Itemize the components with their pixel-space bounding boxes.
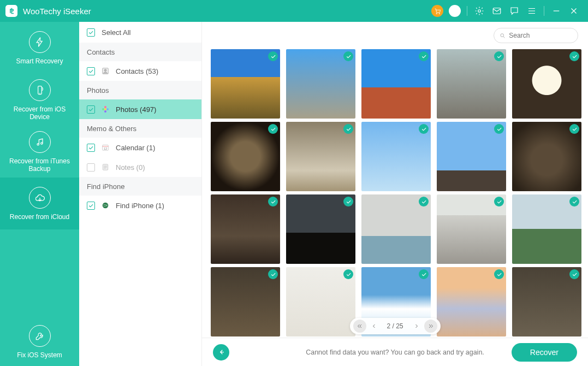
svg-point-0 <box>436 13 437 14</box>
photo-thumbnail[interactable] <box>361 194 431 264</box>
select-all-label: Select All <box>102 28 130 37</box>
category-header-contacts: Contacts <box>79 43 201 61</box>
sidebar-item-smart-recovery[interactable]: Smart Recovery <box>0 22 79 74</box>
svg-rect-4 <box>493 8 501 14</box>
chat-icon <box>509 6 519 16</box>
photo-thumbnail[interactable] <box>211 122 280 191</box>
titlebar: ⅊ WooTechy iSeeker <box>0 0 588 22</box>
photo-thumbnail[interactable] <box>361 49 431 119</box>
photo-thumbnail[interactable] <box>211 49 280 119</box>
flower-icon <box>100 104 110 114</box>
search-box[interactable] <box>494 28 578 43</box>
minimize-button[interactable] <box>548 2 565 20</box>
main-content: 2 / 25 Cannot find data you want? You ca… <box>202 22 588 366</box>
settings-button[interactable] <box>471 2 488 20</box>
chevron-right-icon <box>413 323 420 329</box>
photo-thumbnail[interactable] <box>437 122 506 191</box>
feedback-button[interactable] <box>506 2 523 20</box>
close-icon <box>569 6 579 16</box>
search-input[interactable] <box>509 32 572 39</box>
sidebar: Smart Recovery Recover from iOS Device R… <box>0 22 79 366</box>
sidebar-item-label: Recover from iOS Device <box>4 105 75 121</box>
check-icon <box>569 197 579 206</box>
photo-thumbnail[interactable] <box>512 267 581 337</box>
app-title: WooTechy iSeeker <box>23 7 91 16</box>
check-icon <box>419 197 429 206</box>
photo-thumbnail[interactable] <box>286 122 355 191</box>
check-icon <box>268 197 278 206</box>
user-icon <box>449 5 461 17</box>
photo-thumbnail[interactable] <box>512 194 581 264</box>
phone-icon <box>29 79 51 101</box>
pager-first-button[interactable] <box>353 320 366 333</box>
sidebar-item-recover-ios-device[interactable]: Recover from iOS Device <box>0 74 79 126</box>
sidebar-item-fix-ios[interactable]: Fix iOS System <box>0 318 79 366</box>
svg-point-2 <box>454 9 456 11</box>
pager-last-button[interactable] <box>424 320 437 333</box>
sidebar-item-recover-itunes[interactable]: Recover from iTunes Backup <box>0 126 79 178</box>
check-icon <box>569 51 579 61</box>
chevrons-right-icon <box>427 323 434 329</box>
cart-icon <box>431 5 443 17</box>
svg-point-14 <box>102 108 104 110</box>
svg-point-12 <box>106 108 109 110</box>
cart-button[interactable] <box>429 2 446 20</box>
menu-icon <box>527 6 537 16</box>
pager-prev-button[interactable] <box>367 320 380 333</box>
account-button[interactable] <box>446 2 464 20</box>
check-icon <box>268 124 278 134</box>
check-icon <box>343 197 353 206</box>
recover-button[interactable]: Recover <box>512 343 577 362</box>
check-icon <box>268 269 278 279</box>
checkbox[interactable] <box>87 105 95 114</box>
checkbox[interactable] <box>87 202 95 210</box>
svg-point-18 <box>103 203 109 209</box>
list-item-contacts[interactable]: Contacts (53) <box>79 61 201 81</box>
select-all-checkbox[interactable] <box>87 28 95 37</box>
photo-thumbnail[interactable] <box>512 49 581 119</box>
check-icon <box>494 51 504 61</box>
photo-thumbnail[interactable] <box>286 49 355 119</box>
main-toolbar <box>202 22 588 49</box>
photo-thumbnail[interactable] <box>512 122 581 191</box>
back-button[interactable] <box>213 344 229 361</box>
sidebar-item-recover-icloud[interactable]: Recover from iCloud <box>0 178 79 229</box>
category-header-photos: Photos <box>79 81 201 99</box>
pager: 2 / 25 <box>349 318 440 334</box>
photo-thumbnail[interactable] <box>286 267 355 337</box>
photo-thumbnail[interactable] <box>437 49 506 119</box>
category-header-memo: Memo & Others <box>79 119 201 138</box>
pager-next-button[interactable] <box>410 320 423 333</box>
checkbox[interactable] <box>87 163 95 172</box>
check-icon <box>494 124 504 134</box>
list-item-label: Calendar (1) <box>116 144 155 152</box>
sidebar-item-label: Recover from iTunes Backup <box>4 157 75 173</box>
globe-icon <box>100 200 110 210</box>
app-window: ⅊ WooTechy iSeeker Smart Recovery Recove… <box>0 0 588 366</box>
list-item-photos[interactable]: Photos (497) <box>79 99 201 119</box>
photo-thumbnail[interactable] <box>211 194 280 264</box>
photo-thumbnail[interactable] <box>437 194 506 264</box>
check-icon <box>494 269 504 279</box>
select-all-row[interactable]: Select All <box>79 22 201 43</box>
check-icon <box>343 269 353 279</box>
mail-button[interactable] <box>488 2 506 20</box>
chevron-left-icon <box>370 323 377 329</box>
calendar-icon: 12 <box>100 143 110 152</box>
check-icon <box>268 51 278 61</box>
photo-thumbnail[interactable] <box>286 194 355 264</box>
checkbox[interactable] <box>87 67 95 75</box>
titlebar-separator <box>467 6 467 16</box>
close-button[interactable] <box>565 2 583 20</box>
photo-thumbnail[interactable] <box>211 267 280 337</box>
music-icon <box>29 131 51 153</box>
menu-button[interactable] <box>523 2 541 20</box>
checkbox[interactable] <box>87 144 95 152</box>
photo-thumbnail[interactable] <box>437 267 506 337</box>
list-item-find-iphone[interactable]: Find iPhone (1) <box>79 196 201 215</box>
list-item-calendar[interactable]: 12 Calendar (1) <box>79 138 201 157</box>
footer: Cannot find data you want? You can go ba… <box>202 338 588 366</box>
list-item-notes[interactable]: Notes (0) <box>79 157 201 177</box>
sidebar-item-label: Fix iOS System <box>17 351 62 359</box>
photo-thumbnail[interactable] <box>361 122 431 191</box>
